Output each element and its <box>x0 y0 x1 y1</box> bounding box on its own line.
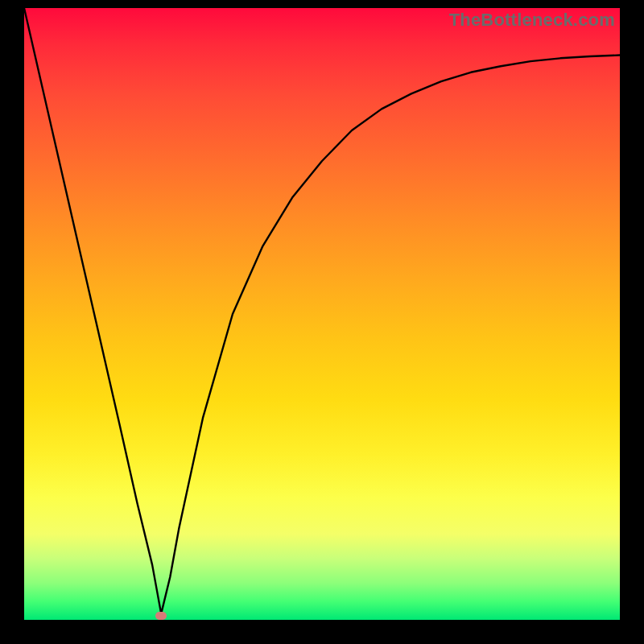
chart-frame: TheBottleneck.com <box>0 0 644 644</box>
bottleneck-curve <box>24 8 620 620</box>
plot-area: TheBottleneck.com <box>24 8 620 620</box>
minimum-marker <box>155 612 167 620</box>
watermark-text: TheBottleneck.com <box>449 10 615 31</box>
